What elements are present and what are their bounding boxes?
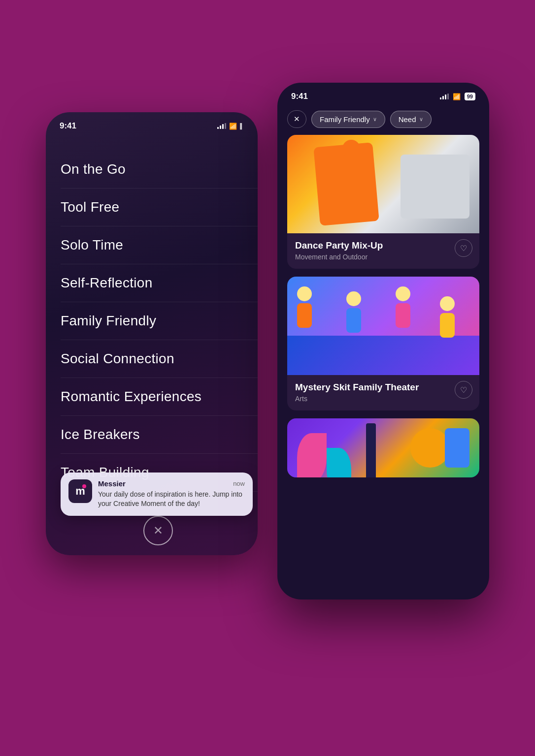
filter-close-button[interactable]: ✕ (287, 110, 306, 128)
notification-content: Messier now Your daily dose of inspirati… (98, 479, 245, 509)
theater-heart-icon: ♡ (460, 385, 467, 395)
phone-front: 9:41 📶 99 ✕ Family Friendly ∨ Need (277, 83, 489, 599)
theater-image-bg (287, 277, 479, 375)
notification-toast: m Messier now Your daily dose of inspira… (61, 472, 253, 516)
signal-icon (217, 123, 226, 129)
front-signal-icon (440, 94, 449, 99)
card-doodle-image (287, 418, 479, 477)
menu-item-self-reflection[interactable]: Self-Reflection (61, 264, 258, 302)
card-theater-heart-button[interactable]: ♡ (455, 381, 472, 399)
close-x-icon: ✕ (153, 525, 163, 536)
dance-image-bg (287, 135, 479, 233)
theater-scene-bg (287, 336, 479, 375)
family-friendly-filter-button[interactable]: Family Friendly ∨ (311, 111, 385, 128)
notification-header: Messier now (98, 479, 245, 488)
family-friendly-filter-label: Family Friendly (320, 115, 370, 124)
front-battery: 99 (465, 93, 475, 100)
theater-figure-1 (297, 286, 312, 328)
battery-partial-icon: ▌ (240, 123, 244, 129)
card-theater-title: Mystery Skit Family Theater (295, 382, 471, 393)
need-filter-button[interactable]: Need ∨ (390, 111, 432, 128)
dance-arm (326, 156, 344, 169)
theater-figure-4 (440, 296, 455, 338)
menu-item-on-the-go[interactable]: On the Go (61, 151, 258, 189)
doodle-circle1 (410, 428, 450, 468)
card-dance-heart-button[interactable]: ♡ (455, 239, 472, 257)
status-bar-back: 9:41 📶 ▌ (46, 112, 258, 136)
menu-item-tool-free[interactable]: Tool Free (61, 189, 258, 226)
time-front: 9:41 (291, 92, 308, 101)
family-friendly-chevron-icon: ∨ (373, 116, 377, 123)
theater-figure-2 (346, 291, 361, 333)
notification-body: Your daily dose of inspiration is here. … (98, 490, 245, 509)
need-filter-label: Need (399, 115, 416, 124)
wifi-icon: 📶 (229, 123, 237, 130)
filter-bar: ✕ Family Friendly ∨ Need ∨ (277, 106, 489, 135)
close-circle-button[interactable]: ✕ (143, 516, 173, 545)
status-icons-back: 📶 ▌ (217, 123, 244, 130)
card-doodle[interactable] (287, 418, 479, 477)
front-wifi-icon: 📶 (453, 93, 461, 100)
filter-close-icon: ✕ (294, 115, 300, 124)
menu-item-ice-breakers[interactable]: Ice Breakers (61, 416, 258, 454)
doodle-leaf2 (327, 448, 351, 477)
card-theater-image (287, 277, 479, 375)
notification-app-name: Messier (98, 479, 126, 488)
doodle-tree (366, 423, 376, 477)
card-dance-title: Dance Party Mix-Up (295, 240, 471, 251)
content-scroll: Dance Party Mix-Up Movement and Outdoor … (277, 135, 489, 485)
theater-figure-3 (396, 286, 410, 328)
battery-level: 99 (465, 93, 475, 100)
doodle-shapes (287, 418, 479, 477)
notification-dot (82, 484, 86, 488)
menu-item-social-connection[interactable]: Social Connection (61, 340, 258, 378)
time-back: 9:41 (60, 121, 76, 131)
card-dance-party[interactable]: Dance Party Mix-Up Movement and Outdoor … (287, 135, 479, 269)
notification-time: now (233, 480, 245, 487)
card-dance-image (287, 135, 479, 233)
menu-item-solo-time[interactable]: Solo Time (61, 226, 258, 264)
menu-item-family-friendly[interactable]: Family Friendly (61, 302, 258, 340)
doodle-rect1 (445, 428, 469, 468)
doodle-leaf1 (297, 433, 327, 477)
scene: 9:41 📶 ▌ On the Go Tool Free Solo Time S… (46, 83, 489, 673)
menu-item-romantic-experiences[interactable]: Romantic Experiences (61, 378, 258, 416)
dance-figure (327, 140, 376, 223)
phone-back: 9:41 📶 ▌ On the Go Tool Free Solo Time S… (46, 112, 258, 555)
card-theater-subtitle: Arts (295, 395, 471, 403)
need-chevron-icon: ∨ (419, 116, 423, 123)
heart-icon: ♡ (460, 244, 467, 253)
doodle-image-bg (287, 418, 479, 477)
app-icon: m (68, 479, 92, 503)
status-bar-front: 9:41 📶 99 (277, 83, 489, 106)
card-theater[interactable]: Mystery Skit Family Theater Arts ♡ (287, 277, 479, 410)
card-theater-info: Mystery Skit Family Theater Arts ♡ (287, 375, 479, 410)
front-status-icons: 📶 99 (440, 93, 475, 100)
card-dance-subtitle: Movement and Outdoor (295, 253, 471, 261)
menu-list: On the Go Tool Free Solo Time Self-Refle… (46, 136, 258, 492)
card-dance-info: Dance Party Mix-Up Movement and Outdoor … (287, 233, 479, 269)
